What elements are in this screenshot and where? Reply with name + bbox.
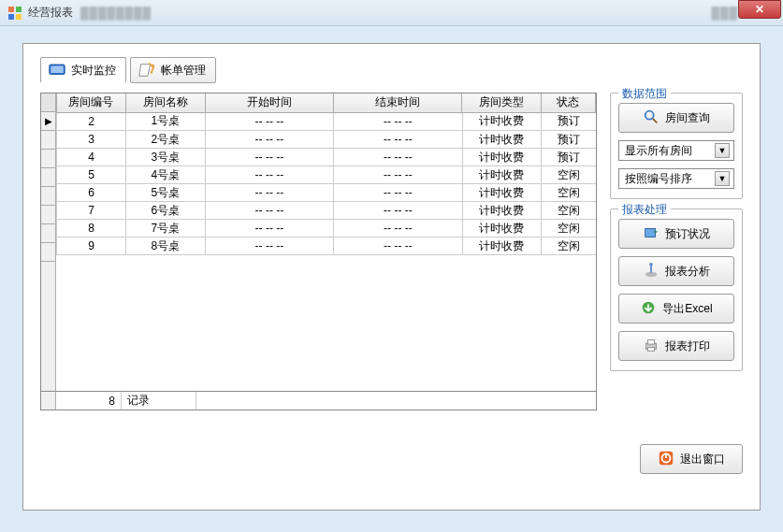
record-count: 8 — [109, 395, 115, 408]
col-room-type[interactable]: 房间类型 — [462, 93, 542, 112]
svg-rect-1 — [16, 7, 22, 12]
tab-monitor[interactable]: 实时监控 — [40, 57, 126, 83]
svg-rect-15 — [647, 347, 654, 351]
cell-end: -- -- -- — [334, 202, 463, 220]
table-row[interactable]: 21号桌-- -- ---- -- --计时收费预订 — [57, 113, 597, 131]
bill-icon — [137, 62, 157, 79]
chevron-down-icon: ▼ — [715, 143, 730, 158]
cell-type: 计时收费 — [462, 113, 542, 131]
col-room-name[interactable]: 房间名称 — [125, 93, 205, 112]
svg-rect-5 — [51, 66, 64, 74]
data-grid[interactable]: ▶ 房间编号 房间名称 开始时间 结束时间 房间类型 — [40, 93, 597, 410]
table-row[interactable]: 76号桌-- -- ---- -- --计时收费空闲 — [57, 202, 597, 220]
table-row[interactable]: 54号桌-- -- ---- -- --计时收费空闲 — [57, 166, 597, 184]
row-pointer-icon: ▶ — [45, 116, 52, 126]
cell-start: -- -- -- — [205, 202, 334, 220]
cell-id: 3 — [57, 131, 126, 149]
cell-end: -- -- -- — [334, 149, 463, 166]
report-analysis-button[interactable]: 报表分析 — [618, 256, 734, 286]
button-label: 退出窗口 — [680, 452, 725, 467]
button-label: 房间查询 — [665, 110, 710, 126]
tab-bill[interactable]: 帐单管理 — [130, 57, 216, 83]
booking-status-button[interactable]: 预订状况 — [618, 219, 734, 249]
grid-header: 房间编号 房间名称 开始时间 结束时间 房间类型 状态 — [56, 93, 596, 113]
cell-start: -- -- -- — [205, 166, 334, 184]
cell-end: -- -- -- — [334, 113, 463, 131]
cell-start: -- -- -- — [205, 113, 334, 131]
room-filter-select[interactable]: 显示所有房间 ▼ — [618, 140, 734, 161]
button-label: 预订状况 — [665, 226, 710, 242]
cell-type: 计时收费 — [462, 166, 542, 184]
group-report-process: 报表处理 预订状况 报表分析 导出Excel — [610, 208, 743, 371]
cell-type: 计时收费 — [462, 220, 542, 237]
titlebar: 经营报表 ████████ ███ ✕ — [0, 0, 783, 26]
power-icon — [658, 450, 674, 469]
cell-status: 空闲 — [542, 237, 596, 255]
col-start-time[interactable]: 开始时间 — [205, 93, 333, 112]
svg-point-11 — [649, 262, 653, 266]
col-room-id[interactable]: 房间编号 — [57, 93, 126, 112]
monitor-icon — [47, 62, 67, 79]
table-row[interactable]: 65号桌-- -- ---- -- --计时收费空闲 — [57, 184, 597, 202]
blurred-text-2: ███ — [636, 7, 738, 20]
cell-start: -- -- -- — [205, 220, 334, 237]
cell-name: 2号桌 — [126, 131, 206, 149]
search-icon — [643, 108, 660, 128]
blurred-text: ████████ — [80, 7, 636, 20]
cell-status: 空闲 — [542, 202, 596, 220]
grid-footer: 8 记录 — [56, 391, 596, 410]
tab-label: 帐单管理 — [161, 63, 206, 79]
cell-start: -- -- -- — [205, 237, 334, 255]
export-excel-button[interactable]: 导出Excel — [618, 294, 734, 324]
cell-name: 1号桌 — [126, 113, 206, 131]
svg-rect-14 — [647, 339, 654, 344]
cell-status: 预订 — [542, 113, 596, 131]
cell-end: -- -- -- — [334, 184, 463, 202]
tab-bar: 实时监控 帐单管理 — [40, 57, 743, 83]
cell-status: 空闲 — [542, 184, 596, 202]
cell-status: 空闲 — [542, 166, 596, 184]
table-row[interactable]: 87号桌-- -- ---- -- --计时收费空闲 — [57, 220, 597, 237]
cell-id: 6 — [57, 184, 126, 202]
cell-name: 7号桌 — [126, 220, 206, 237]
button-label: 报表分析 — [665, 264, 710, 280]
sort-select[interactable]: 按照编号排序 ▼ — [618, 168, 734, 189]
svg-rect-9 — [645, 228, 656, 237]
col-end-time[interactable]: 结束时间 — [333, 93, 461, 112]
cell-type: 计时收费 — [462, 237, 542, 255]
cell-start: -- -- -- — [205, 184, 334, 202]
table-row[interactable]: 43号桌-- -- ---- -- --计时收费预订 — [57, 149, 597, 166]
print-report-button[interactable]: 报表打印 — [618, 331, 734, 361]
close-button[interactable]: ✕ — [738, 0, 781, 19]
cell-end: -- -- -- — [334, 237, 463, 255]
cell-status: 预订 — [542, 131, 596, 149]
cell-id: 4 — [57, 149, 126, 166]
cell-type: 计时收费 — [462, 131, 542, 149]
cell-status: 预订 — [542, 149, 596, 166]
cell-start: -- -- -- — [205, 149, 334, 166]
cell-end: -- -- -- — [334, 131, 463, 149]
col-status[interactable]: 状态 — [541, 93, 595, 112]
cell-id: 9 — [57, 237, 126, 255]
print-icon — [643, 337, 660, 356]
chevron-down-icon: ▼ — [715, 171, 730, 186]
cell-status: 空闲 — [542, 220, 596, 237]
close-icon: ✕ — [755, 3, 764, 16]
button-label: 导出Excel — [662, 301, 712, 317]
cell-type: 计时收费 — [462, 202, 542, 220]
svg-point-7 — [645, 110, 654, 119]
table-row[interactable]: 98号桌-- -- ---- -- --计时收费空闲 — [57, 237, 597, 255]
cell-id: 5 — [57, 166, 126, 184]
svg-rect-2 — [8, 14, 14, 20]
cell-type: 计时收费 — [462, 184, 542, 202]
cell-name: 8号桌 — [126, 237, 206, 255]
table-row[interactable]: 32号桌-- -- ---- -- --计时收费预订 — [57, 131, 597, 149]
grid-rows: 21号桌-- -- ---- -- --计时收费预订32号桌-- -- ----… — [56, 113, 596, 256]
cell-name: 3号桌 — [126, 149, 206, 166]
app-icon — [7, 6, 22, 21]
exit-window-button[interactable]: 退出窗口 — [640, 444, 743, 474]
group-data-scope: 数据范围 房间查询 显示所有房间 ▼ 按照编号排序 ▼ — [610, 93, 743, 199]
legend: 报表处理 — [618, 202, 671, 218]
cell-name: 6号桌 — [126, 202, 206, 220]
room-search-button[interactable]: 房间查询 — [618, 103, 734, 133]
